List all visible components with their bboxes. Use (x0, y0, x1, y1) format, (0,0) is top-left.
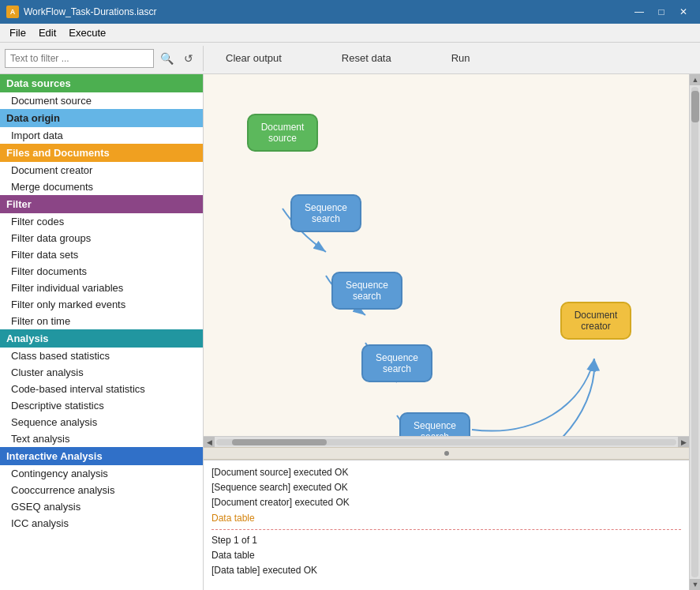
separator-dot (444, 451, 449, 456)
sidebar-item-icc-analysis[interactable]: ICC analysis (0, 515, 203, 532)
toolbar: 🔍 ↺ Clear output Reset data Run (0, 43, 700, 74)
sidebar-item-filter-on-time[interactable]: Filter on time (0, 313, 203, 329)
sidebar-item-filter-only-marked-events[interactable]: Filter only marked events (0, 296, 203, 313)
reset-filter-button[interactable]: ↺ (179, 49, 198, 68)
sidebar-item-gseq-analysis[interactable]: GSEQ analysis (0, 498, 203, 515)
minimize-button[interactable]: — (629, 4, 649, 20)
search-button[interactable]: 🔍 (157, 49, 176, 68)
sidebar-category-files-documents[interactable]: Files and Documents (0, 144, 203, 162)
vscroll-track[interactable] (691, 87, 698, 577)
canvas-hscroll[interactable]: ◀ ▶ (204, 436, 689, 447)
menu-bar: File Edit Execute (0, 24, 700, 43)
sidebar-item-filter-codes[interactable]: Filter codes (0, 213, 203, 230)
output-line: [Sequence search] executed OK (211, 480, 681, 495)
menu-edit[interactable]: Edit (32, 25, 62, 40)
window-title: WorkFlow_Task-Durations.iascr (24, 6, 157, 17)
workflow-node-seq-search-4[interactable]: Sequence search (399, 412, 470, 436)
workflow-node-seq-search-1[interactable]: Sequence search (290, 194, 361, 232)
sidebar-category-filter[interactable]: Filter (0, 195, 203, 213)
vscroll-down[interactable]: ▼ (690, 579, 700, 590)
sidebar: Data sourcesDocument sourceData originIm… (0, 74, 204, 590)
output-line: [Document source] executed OK (211, 465, 681, 480)
toolbar-filter-area: 🔍 ↺ (0, 46, 204, 71)
sidebar-item-filter-documents[interactable]: Filter documents (0, 263, 203, 280)
sidebar-category-analysis[interactable]: Analysis (0, 329, 203, 348)
vscroll-thumb[interactable] (691, 91, 699, 122)
hscroll-left[interactable]: ◀ (204, 437, 215, 448)
clear-output-button[interactable]: Clear output (219, 49, 288, 67)
output-panel[interactable]: [Document source] executed OK[Sequence s… (204, 460, 689, 590)
hscroll-right[interactable]: ▶ (678, 437, 689, 448)
reset-data-button[interactable]: Reset data (335, 49, 398, 67)
window-controls: — □ ✕ (629, 4, 694, 20)
workflow-node-doc-source[interactable]: Document source (247, 114, 318, 152)
output-line: [Data table] executed OK (211, 563, 681, 578)
sidebar-item-cluster-analysis[interactable]: Cluster analysis (0, 364, 203, 381)
workflow-canvas[interactable]: Document sourceSequence searchSequence s… (204, 74, 689, 436)
maximize-button[interactable]: □ (651, 4, 672, 20)
sidebar-item-sequence-analysis[interactable]: Sequence analysis (0, 414, 203, 430)
output-line: Data table (211, 511, 681, 526)
vscroll-up[interactable]: ▲ (690, 74, 700, 85)
title-bar: A WorkFlow_Task-Durations.iascr — □ ✕ (0, 0, 700, 24)
run-button[interactable]: Run (445, 49, 477, 67)
sidebar-item-filter-data-sets[interactable]: Filter data sets (0, 246, 203, 263)
close-button[interactable]: ✕ (673, 4, 694, 20)
sidebar-category-data-sources[interactable]: Data sources (0, 74, 203, 92)
toolbar-actions: Clear output Reset data Run (204, 49, 700, 67)
main-layout: Data sourcesDocument sourceData originIm… (0, 74, 700, 590)
app-icon: A (6, 6, 19, 18)
sidebar-item-document-creator[interactable]: Document creator (0, 162, 203, 179)
workflow-node-seq-search-2[interactable]: Sequence search (331, 272, 402, 310)
canvas-area: Document sourceSequence searchSequence s… (204, 74, 700, 590)
sidebar-item-cooccurrence-analysis[interactable]: Cooccurrence analysis (0, 482, 203, 498)
menu-file[interactable]: File (3, 25, 32, 40)
output-divider (211, 529, 681, 530)
sidebar-item-class-based-statistics[interactable]: Class based statistics (0, 348, 203, 364)
sidebar-item-filter-individual-variables[interactable]: Filter individual variables (0, 280, 203, 296)
hscroll-track[interactable] (216, 439, 676, 445)
workflow-node-doc-creator[interactable]: Document creator (560, 302, 631, 340)
sidebar-item-code-based-interval-statistics[interactable]: Code-based interval statistics (0, 381, 203, 397)
sidebar-item-descriptive-statistics[interactable]: Descriptive statistics (0, 397, 203, 414)
sidebar-item-merge-documents[interactable]: Merge documents (0, 179, 203, 195)
output-line: [Document creator] executed OK (211, 495, 681, 510)
sidebar-item-import-data[interactable]: Import data (0, 127, 203, 144)
sidebar-item-document-source[interactable]: Document source (0, 92, 203, 109)
sidebar-category-interactive-analysis[interactable]: Interactive Analysis (0, 447, 203, 465)
menu-execute[interactable]: Execute (62, 25, 112, 40)
hscroll-thumb[interactable] (232, 439, 327, 445)
output-line: Step 1 of 1 (211, 533, 681, 548)
sidebar-item-text-analysis[interactable]: Text analysis (0, 430, 203, 447)
sidebar-item-contingency-analysis[interactable]: Contingency analysis (0, 465, 203, 482)
canvas-separator (204, 447, 689, 460)
output-line: Data table (211, 548, 681, 563)
workflow-node-seq-search-3[interactable]: Sequence search (361, 344, 432, 382)
sidebar-category-data-origin[interactable]: Data origin (0, 109, 203, 127)
search-input[interactable] (5, 49, 154, 68)
right-scrollbar[interactable]: ▲ ▼ (689, 74, 700, 590)
sidebar-item-filter-data-groups[interactable]: Filter data groups (0, 230, 203, 246)
